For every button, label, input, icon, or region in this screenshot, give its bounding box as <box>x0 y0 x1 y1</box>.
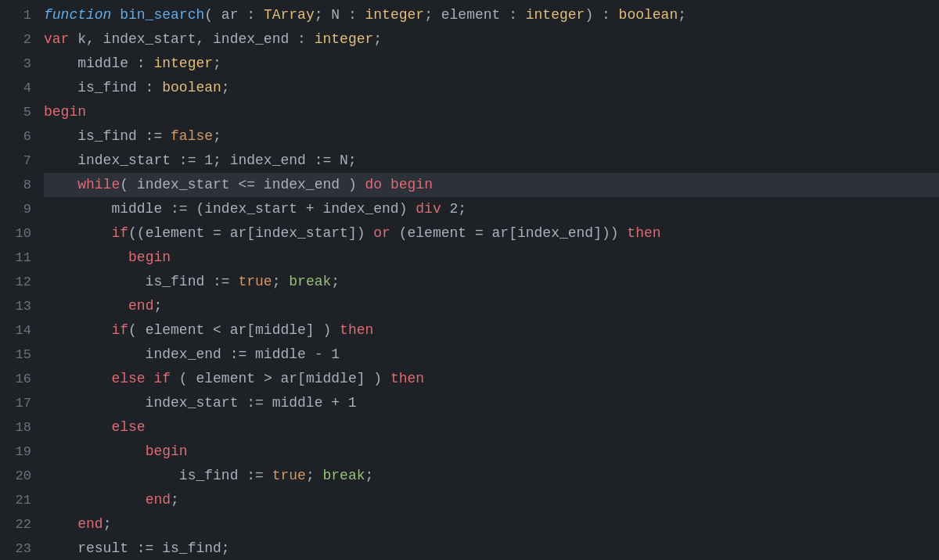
code-line-16: else if ( element > ar[middle] ) then <box>44 367 939 391</box>
code-line-15: index_end := middle - 1 <box>44 343 939 367</box>
token: ( element > ar[middle] ) <box>171 367 390 391</box>
token: integer <box>153 52 213 76</box>
line-number-17: 17 <box>6 391 31 415</box>
line-number-13: 13 <box>6 294 31 318</box>
line-number-7: 7 <box>6 149 31 173</box>
token: else <box>111 415 145 440</box>
line-number-19: 19 <box>6 440 31 464</box>
code-line-12: is_find := true; break; <box>44 270 939 294</box>
token: if <box>111 221 128 246</box>
token: ; <box>221 76 230 100</box>
line-number-11: 11 <box>6 246 31 270</box>
token: middle := (index_start + index_end) <box>44 197 416 221</box>
token: ; <box>365 464 374 488</box>
line-number-21: 21 <box>6 488 31 512</box>
token: begin <box>390 173 433 197</box>
token <box>44 221 111 246</box>
line-number-4: 4 <box>6 76 31 100</box>
code-content[interactable]: function bin_search( ar : TArray; N : in… <box>38 3 939 557</box>
token <box>382 173 390 197</box>
token: ; <box>331 270 340 294</box>
token: ( element < ar[middle] ) <box>128 318 340 343</box>
token: ; <box>103 512 112 537</box>
token: break <box>289 270 331 294</box>
token: k, index_start, index_end : <box>69 27 314 52</box>
line-number-gutter: 123456789101112131415161718192021222324 <box>0 3 38 557</box>
line-number-15: 15 <box>6 343 31 367</box>
token: or <box>373 221 390 246</box>
token: ; <box>153 294 162 318</box>
line-number-10: 10 <box>6 221 31 246</box>
token: ; <box>272 270 290 294</box>
line-number-3: 3 <box>6 52 31 76</box>
code-line-22: end; <box>44 512 939 537</box>
token <box>44 415 111 440</box>
code-line-10: if((element = ar[index_start]) or (eleme… <box>44 221 939 246</box>
token: result := is_find; <box>44 537 230 557</box>
token: end <box>77 512 103 537</box>
token: ( index_start <= index_end ) <box>120 173 365 197</box>
token: bin_search <box>120 3 204 27</box>
line-number-22: 22 <box>6 512 31 537</box>
token: if <box>111 318 128 343</box>
code-line-21: end; <box>44 488 939 512</box>
token: end <box>146 488 171 512</box>
line-number-18: 18 <box>6 415 31 440</box>
line-number-5: 5 <box>6 100 31 124</box>
code-line-5: begin <box>44 100 939 124</box>
token: ; <box>306 464 323 488</box>
token: middle : <box>44 52 153 76</box>
token: then <box>627 221 660 246</box>
token: ; N : <box>315 3 365 27</box>
code-line-8: while( index_start <= index_end ) do beg… <box>44 173 939 197</box>
token: ( ar : <box>204 3 264 27</box>
token: if <box>153 367 171 391</box>
code-line-3: middle : integer; <box>44 52 939 76</box>
token: integer <box>365 3 425 27</box>
token: begin <box>44 100 86 124</box>
token <box>44 440 146 464</box>
token <box>44 246 128 270</box>
token: ; <box>213 124 221 149</box>
code-line-17: index_start := middle + 1 <box>44 391 939 415</box>
token: false <box>171 124 213 149</box>
token <box>44 294 128 318</box>
token: TArray <box>264 3 315 27</box>
token: var <box>44 27 69 52</box>
code-line-13: end; <box>44 294 939 318</box>
code-line-1: function bin_search( ar : TArray; N : in… <box>44 3 939 27</box>
token: integer <box>315 27 374 52</box>
code-line-6: is_find := false; <box>44 124 939 149</box>
token <box>44 488 146 512</box>
token <box>44 173 77 197</box>
token <box>44 318 111 343</box>
token: ; <box>213 52 221 76</box>
token: true <box>272 464 306 488</box>
token: is_find := <box>44 464 272 488</box>
token: index_start := 1; index_end := N; <box>44 149 357 173</box>
code-line-14: if( element < ar[middle] ) then <box>44 318 939 343</box>
token <box>44 367 111 391</box>
token: ; element : <box>424 3 526 27</box>
token: do <box>365 173 383 197</box>
token: break <box>322 464 365 488</box>
code-line-23: result := is_find; <box>44 537 939 557</box>
token: boolean <box>162 76 221 100</box>
line-number-14: 14 <box>6 318 31 343</box>
token: while <box>77 173 120 197</box>
token: ; <box>373 27 382 52</box>
token: true <box>238 270 272 294</box>
line-number-2: 2 <box>6 27 31 52</box>
line-number-16: 16 <box>6 367 31 391</box>
token: index_end := middle - 1 <box>44 343 340 367</box>
token: is_find := <box>44 124 171 149</box>
code-line-4: is_find : boolean; <box>44 76 939 100</box>
token <box>146 367 154 391</box>
line-number-1: 1 <box>6 3 31 27</box>
code-line-11: begin <box>44 246 939 270</box>
code-line-20: is_find := true; break; <box>44 464 939 488</box>
line-number-23: 23 <box>6 537 31 560</box>
token <box>44 512 77 537</box>
code-line-2: var k, index_start, index_end : integer; <box>44 27 939 52</box>
token: ; <box>171 488 179 512</box>
